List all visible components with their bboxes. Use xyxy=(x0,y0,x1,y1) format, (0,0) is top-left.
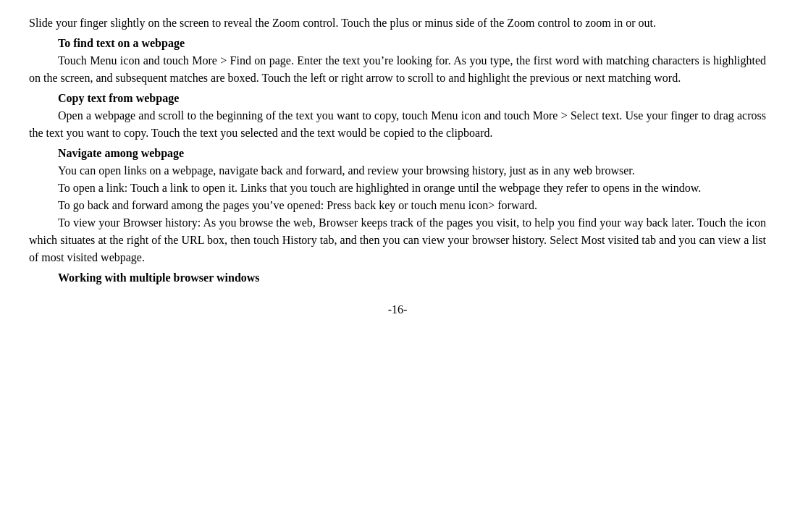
section3-body4: To view your Browser history: As you bro… xyxy=(29,214,766,266)
section3-body1: You can open links on a webpage, navigat… xyxy=(29,162,766,180)
section2-heading: Copy text from webpage xyxy=(29,90,766,107)
section1-body: Touch Menu icon and touch More > Find on… xyxy=(29,52,766,87)
section2-body1: Open a webpage and scroll to the beginni… xyxy=(29,107,766,142)
page-number: -16- xyxy=(29,301,766,318)
section3-body3: To go back and forward among the pages y… xyxy=(29,197,766,214)
page-content: Slide your finger slightly on the screen… xyxy=(29,14,766,318)
section3-heading: Navigate among webpage xyxy=(29,145,766,162)
section1-heading: To find text on a webpage xyxy=(29,35,766,52)
section4-heading: Working with multiple browser windows xyxy=(29,269,766,287)
section3-body2: To open a link: Touch a link to open it.… xyxy=(29,180,766,197)
intro-paragraph: Slide your finger slightly on the screen… xyxy=(29,14,766,32)
